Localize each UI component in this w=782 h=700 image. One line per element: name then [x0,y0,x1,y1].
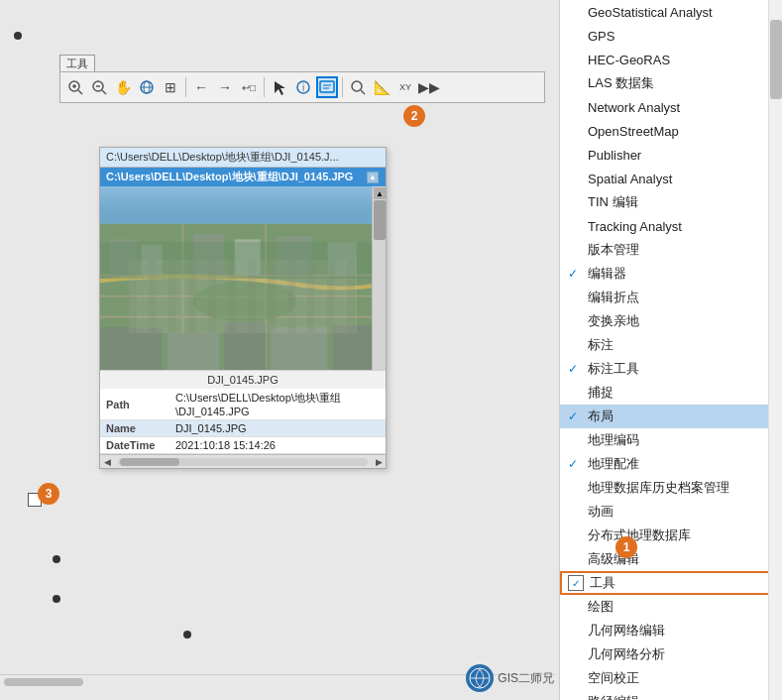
full-extent-button[interactable]: ⊞ [160,76,181,98]
menu-item-9[interactable]: Tracking Analyst [560,214,782,238]
menu-item-15[interactable]: 标注工具 [560,357,782,381]
menu-item-27[interactable]: 几何网络分析 [560,642,782,666]
scroll-right-arrow[interactable]: ▶ [372,455,386,469]
svg-line-1 [78,90,82,94]
menu-item-7[interactable]: Spatial Analyst [560,167,782,190]
menu-item-label-10: 版本管理 [588,241,639,259]
find-button[interactable] [347,76,369,98]
right-scroll-thumb[interactable] [770,20,782,99]
right-scrollbar[interactable] [768,0,782,700]
popup-scrollbar-bottom[interactable]: ◀ ▶ [100,454,386,468]
svg-rect-27 [193,234,224,276]
menu-item-label-24: 工具 [590,574,615,592]
checkbox-24[interactable]: ✓ [568,575,584,591]
menu-item-10[interactable]: 版本管理 [560,238,782,262]
menu-item-26[interactable]: 几何网络编辑 [560,619,782,642]
badge-2: 2 [403,105,425,127]
table-row: Path C:\Users\DELL\Desktop\地块\重组\DJI_014… [100,389,386,420]
forward-button[interactable]: → [214,76,236,98]
bottom-scroll-thumb[interactable] [4,678,83,686]
bullet-dot [53,595,60,603]
image-scrollbar[interactable]: ▲ [372,186,386,370]
menu-item-label-26: 几何网络编辑 [588,622,665,640]
menu-item-22[interactable]: 分布式地理数据库 [560,524,782,547]
menu-item-label-20: 地理数据库历史档案管理 [588,479,729,497]
menu-item-23[interactable]: 高级编辑 [560,547,782,571]
menu-item-11[interactable]: 编辑器 [560,262,782,286]
scroll-up[interactable]: ▲ [374,187,386,199]
gis-watermark: GIS二师兄 [466,664,554,692]
table-value: 2021:10:18 15:14:26 [169,437,386,454]
image-popup: C:\Users\DELL\Desktop\地块\重组\DJI_0145.J..… [99,147,387,469]
zoom-out-button[interactable] [88,76,110,98]
right-panel: GeoStatistical AnalystGPSHEC-GeoRASLAS 数… [559,0,782,700]
menu-item-0[interactable]: GeoStatistical Analyst [560,0,782,24]
menu-item-label-19: 地理配准 [588,455,639,473]
menu-item-label-13: 变换亲地 [588,312,639,330]
svg-rect-35 [271,327,327,370]
select-button[interactable] [269,76,290,98]
table-row: DateTime 2021:10:18 15:14:26 [100,437,386,454]
aerial-image [100,186,386,370]
menu-item-label-22: 分布式地理数据库 [588,526,691,544]
menu-item-5[interactable]: OpenStreetMap [560,119,782,143]
menu-item-6[interactable]: Publisher [560,143,782,167]
menu-item-label-29: 路径编辑 [588,693,639,700]
menu-item-3[interactable]: LAS 数据集 [560,71,782,95]
popup-table: Path C:\Users\DELL\Desktop\地块\重组\DJI_014… [100,389,386,454]
measure-button[interactable]: 📐 [371,76,392,98]
scroll-left-arrow[interactable]: ◀ [100,455,114,469]
menu-item-label-2: HEC-GeoRAS [588,53,670,67]
scroll-thumb[interactable] [120,458,179,466]
globe-button[interactable] [136,76,158,98]
menu-item-4[interactable]: Network Analyst [560,95,782,119]
menu-item-13[interactable]: 变换亲地 [560,309,782,333]
html-popup-button[interactable] [316,76,338,98]
menu-item-19[interactable]: 地理配准 [560,452,782,476]
goto-xy-button[interactable]: XY [394,76,416,98]
toolbar-bar: ✋ ⊞ ← → ↩□ i 📐 XY ▶▶ [59,71,545,103]
menu-item-18[interactable]: 地理编码 [560,428,782,452]
menu-item-label-6: Publisher [588,148,641,163]
menu-item-label-17: 布局 [588,408,614,425]
svg-rect-32 [100,327,163,370]
menu-item-label-27: 几何网络分析 [588,645,665,663]
menu-item-14[interactable]: 标注 [560,333,782,357]
back-button[interactable]: ← [190,76,212,98]
pan-button[interactable]: ✋ [112,76,134,98]
svg-marker-10 [275,81,285,95]
svg-rect-25 [110,239,136,276]
menu-item-8[interactable]: TIN 编辑 [560,190,782,214]
menu-item-2[interactable]: HEC-GeoRAS [560,48,782,71]
menu-item-29[interactable]: 路径编辑 [560,690,782,700]
menu-item-16[interactable]: 捕捉 [560,381,782,405]
separator [342,77,343,97]
svg-line-17 [361,90,365,94]
identify-button[interactable]: i [292,76,314,98]
menu-item-1[interactable]: GPS [560,24,782,48]
bullet-dot [14,32,22,40]
svg-rect-26 [142,245,163,276]
more-button[interactable]: ▶▶ [418,76,440,98]
menu-item-24[interactable]: ✓工具 [560,571,782,595]
menu-item-17[interactable]: 布局 [560,405,782,428]
popup-title-bar: C:\Users\DELL\Desktop\地块\重组\DJI_0145.J..… [100,148,386,168]
svg-point-31 [193,281,296,322]
bullet-dot [183,631,191,639]
toolbar-title-label: 工具 [59,55,95,72]
separator [185,77,186,97]
menu-item-12[interactable]: 编辑折点 [560,286,782,309]
menu-item-label-5: OpenStreetMap [588,124,679,139]
link-button[interactable]: ↩□ [238,76,260,98]
menu-item-20[interactable]: 地理数据库历史档案管理 [560,476,782,500]
menu-item-label-3: LAS 数据集 [588,74,654,92]
menu-item-28[interactable]: 空间校正 [560,666,782,690]
menu-item-25[interactable]: 绘图 [560,595,782,619]
menu-item-21[interactable]: 动画 [560,500,782,524]
zoom-in-button[interactable] [64,76,86,98]
scroll-thumb[interactable] [374,200,386,240]
scroll-up-arrow[interactable]: ▲ [367,172,379,183]
svg-line-5 [102,90,106,94]
bullet-dot [53,555,60,563]
menu-item-label-4: Network Analyst [588,100,680,115]
